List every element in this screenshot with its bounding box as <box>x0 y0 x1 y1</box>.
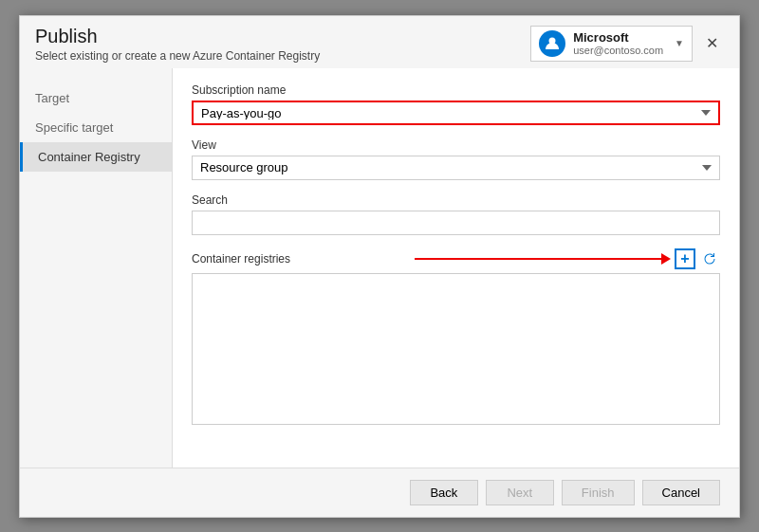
finish-button[interactable]: Finish <box>562 480 635 505</box>
main-panel: Subscription name Pay-as-you-go View Res… <box>172 68 739 468</box>
sidebar-item-target-label: Target <box>35 91 69 105</box>
arrow-annotation <box>415 253 671 265</box>
account-badge[interactable]: Microsoft user@contoso.com ▼ <box>530 26 693 62</box>
subscription-select[interactable]: Pay-as-you-go <box>192 101 720 125</box>
add-registry-button[interactable]: + <box>675 248 695 269</box>
dialog-subtitle: Select existing or create a new Azure Co… <box>35 49 320 63</box>
registries-section: Container registries + <box>192 248 720 425</box>
dialog-title: Publish <box>35 26 320 47</box>
cancel-button[interactable]: Cancel <box>642 480 720 505</box>
account-icon <box>539 30 565 57</box>
account-chevron-icon: ▼ <box>675 38 684 48</box>
publish-dialog: Publish Select existing or create a new … <box>19 15 740 518</box>
sidebar-item-specific-target-label: Specific target <box>35 120 113 135</box>
account-email: user@contoso.com <box>573 45 663 56</box>
arrow-line <box>415 258 661 260</box>
view-label: View <box>192 138 720 152</box>
account-info: Microsoft user@contoso.com <box>573 30 663 56</box>
title-left: Publish Select existing or create a new … <box>35 26 320 63</box>
registries-header: Container registries + <box>192 248 720 269</box>
next-button[interactable]: Next <box>486 480 554 505</box>
sidebar-item-container-registry-label: Container Registry <box>38 150 140 164</box>
refresh-button[interactable] <box>699 248 720 269</box>
back-button[interactable]: Back <box>410 480 478 505</box>
registries-actions: + <box>675 248 720 269</box>
footer: Back Next Finish Cancel <box>20 468 739 517</box>
arrow-head <box>661 253 671 265</box>
sidebar-item-target[interactable]: Target <box>20 83 172 113</box>
subscription-group: Subscription name Pay-as-you-go <box>192 83 720 125</box>
search-input[interactable] <box>192 211 720 235</box>
search-group: Search <box>192 193 720 235</box>
title-bar: Publish Select existing or create a new … <box>20 16 739 68</box>
registries-list[interactable] <box>192 273 720 425</box>
subscription-label: Subscription name <box>192 83 720 97</box>
close-button[interactable]: ✕ <box>700 34 724 53</box>
content-area: Target Specific target Container Registr… <box>20 68 739 468</box>
sidebar-item-specific-target[interactable]: Specific target <box>20 113 172 142</box>
search-label: Search <box>192 193 720 207</box>
registries-label: Container registries <box>192 252 290 266</box>
sidebar: Target Specific target Container Registr… <box>20 68 172 468</box>
account-name: Microsoft <box>573 30 663 45</box>
view-select[interactable]: Resource group Subscription Location <box>192 156 720 180</box>
view-group: View Resource group Subscription Locatio… <box>192 138 720 180</box>
sidebar-item-container-registry[interactable]: Container Registry <box>20 142 172 172</box>
